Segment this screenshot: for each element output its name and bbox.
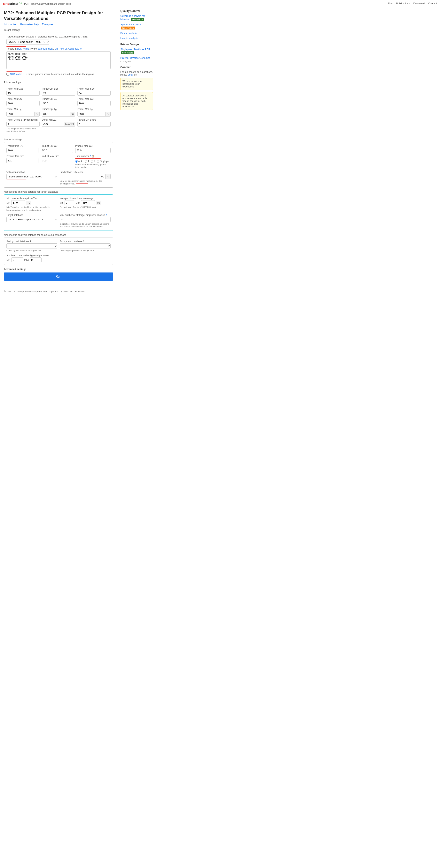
- tube-singleplex-label[interactable]: Singleplex: [97, 160, 110, 163]
- product-opt-gc-input[interactable]: [41, 148, 73, 153]
- primer-min-gc-input[interactable]: [7, 101, 39, 105]
- product-min-gc-input[interactable]: [7, 148, 38, 153]
- hairpin-min-score-input[interactable]: [78, 122, 110, 126]
- product-max-size-input[interactable]: [41, 158, 73, 163]
- nonspec-target-db-select[interactable]: UCSC - Homo sapien - hg38 - G: [6, 217, 57, 222]
- sidebar-link-specificity[interactable]: Specificity analysis Improvement: [120, 23, 153, 30]
- clear-link[interactable]: clear: [48, 48, 53, 50]
- amplicon-count-max-label: Max: [24, 258, 29, 261]
- nonspec-offtarget-input[interactable]: [60, 217, 110, 222]
- nonspec-target-box: Min nonspecific amplicon Tm Min °C Min T…: [4, 194, 113, 230]
- validation-method-select[interactable]: Size discrimination, e.g., Gel e...: [6, 174, 57, 179]
- snp-howto-link[interactable]: SNP how-to: [55, 48, 67, 50]
- run-button[interactable]: Run: [4, 273, 113, 281]
- amplicon-count-max-input[interactable]: [30, 257, 41, 262]
- target-settings-box: Target database, usually a reference gen…: [4, 33, 113, 78]
- tube-number-help-icon[interactable]: ?: [90, 155, 91, 157]
- primer-opt-tm-unit: °C: [70, 112, 75, 116]
- product-min-diff-input[interactable]: [60, 174, 105, 179]
- brand-version: 4.0: [19, 2, 22, 4]
- nav-download[interactable]: Download: [413, 2, 425, 5]
- primer-max-size-input-row: [77, 91, 110, 96]
- amplicon-count-input-row: Min Max: [6, 257, 110, 262]
- primer-min-size-input[interactable]: [7, 91, 39, 95]
- primer-opt-tm-input-row: °C: [42, 112, 75, 117]
- nonspec-min-tm-note: Min Tm value required for the binding st…: [6, 206, 57, 211]
- primer-opt-size-input[interactable]: [42, 91, 75, 95]
- nonspec-offtarget-note: In practice, allowing up to 10 non-speci…: [60, 222, 110, 228]
- tube-2-label[interactable]: 2: [91, 160, 95, 163]
- sidebar-link-dimer[interactable]: Dimer analysis: [120, 32, 153, 35]
- primer-opt-tm-label: Primer Opt Tm: [42, 108, 75, 111]
- tube-2-radio[interactable]: [91, 160, 93, 163]
- str-mode-link[interactable]: STR mode: [10, 73, 21, 75]
- primer-max-tm-field: Primer Max Tm °C: [77, 108, 110, 116]
- tube-number-copy-icon[interactable]: 📋: [92, 155, 94, 157]
- bg-db-1-select[interactable]: -: [6, 243, 57, 248]
- target-settings-label: Target settings: [4, 29, 113, 31]
- primer-max-gc-field: Primer Max GC: [77, 98, 110, 106]
- primer-min-gc-field: Primer Min GC: [6, 98, 40, 106]
- advanced-settings-label: Advanced settings: [4, 268, 113, 271]
- amplicon-count-min-input[interactable]: [11, 257, 23, 262]
- sidebar-link-singleplex[interactable]: Singleplex / Multiplex PCR New feature: [120, 48, 153, 55]
- sidebar-link-pcr-diverse[interactable]: PCR for Diverse Genomes In progress: [120, 56, 153, 63]
- product-min-gc-label: Product Min GC: [6, 145, 38, 147]
- primer-max-gc-label: Primer Max GC: [77, 98, 110, 100]
- nonspec-min-tm-input[interactable]: [11, 200, 25, 205]
- primer-opt-tm-input[interactable]: [42, 112, 70, 116]
- sidebar-link-coverage[interactable]: Coverage analysis for Microbe New featur…: [120, 14, 153, 21]
- nonspec-amplicon-max-label: Max: [75, 202, 80, 204]
- example-link[interactable]: example: [38, 48, 47, 50]
- sidebar-contact-text: For bug reports or suggestions, please e…: [120, 71, 153, 76]
- primer-opt-tm-field: Primer Opt Tm °C: [42, 108, 75, 116]
- primer-opt-gc-input[interactable]: [42, 101, 75, 105]
- tube-auto-label[interactable]: Auto: [75, 160, 83, 163]
- nav-contact[interactable]: Contact: [428, 2, 437, 5]
- primer-snp-input[interactable]: [7, 122, 39, 126]
- bed-textarea[interactable]: chrM 1000 1001 chrM 2000 2001 chrM 3000 …: [6, 51, 110, 69]
- primer-snp-field: Primer 3' end SNP-free length The length…: [6, 119, 40, 133]
- nonspec-bg-box: Background database 1 - Checking amplico…: [4, 238, 113, 265]
- str-mode-checkbox[interactable]: [6, 73, 9, 75]
- nav-doc[interactable]: Doc: [388, 2, 393, 5]
- nonspec-min-label: Min: [6, 202, 10, 204]
- validation-method-label: Validation method: [6, 171, 57, 174]
- primer-max-size-input[interactable]: [78, 91, 110, 95]
- product-min-size-input[interactable]: [7, 158, 38, 163]
- primer-min-tm-field: Primer Min Tm °C: [6, 108, 40, 116]
- primer-min-tm-input[interactable]: [7, 112, 34, 116]
- nonspec-amplicon-size-label: Nonspecific amplicon size range: [60, 197, 110, 200]
- product-min-gc-field: Product Min GC: [6, 145, 38, 153]
- tube-1-label[interactable]: 1: [84, 160, 89, 163]
- link-examples[interactable]: Examples: [42, 23, 53, 26]
- offtarget-help-icon[interactable]: ?: [106, 214, 107, 216]
- nonspec-offtarget-label: Max number of off-target amplicons allow…: [60, 214, 110, 216]
- target-db-select[interactable]: UCSC - Homo sapien - hg38 - Genome: [6, 39, 49, 44]
- dimer-min-dg-input[interactable]: [42, 122, 64, 126]
- nav-publications[interactable]: Publications: [396, 2, 410, 5]
- primer-max-tm-input[interactable]: [78, 112, 105, 116]
- dimer-min-dg-input-row: kcal/mol: [42, 122, 75, 127]
- link-introduction[interactable]: Introduction: [4, 23, 17, 26]
- nonspec-target-db-grid: Target database UCSC - Homo sapien - hg3…: [6, 214, 110, 228]
- sidebar-qc-title: Quality Control: [120, 9, 153, 12]
- sidebar-link-hairpin[interactable]: Hairpin analysis: [120, 37, 153, 40]
- bg-db-2-select[interactable]: -: [60, 243, 110, 248]
- primer-max-gc-input-row: [77, 101, 110, 106]
- tube-singleplex-radio[interactable]: [97, 160, 99, 163]
- gene-howto-link[interactable]: Gene how-to: [68, 48, 82, 50]
- nonspec-amplicon-min-input[interactable]: [65, 200, 74, 205]
- link-parameters-help[interactable]: Parameters help: [20, 23, 39, 26]
- nonspec-target-db-col: Target database UCSC - Homo sapien - hg3…: [6, 214, 57, 228]
- product-max-gc-input[interactable]: [75, 148, 110, 153]
- tube-1-radio[interactable]: [84, 160, 87, 163]
- product-max-gc-field: Product Max GC: [75, 145, 110, 153]
- nonspec-amplicon-max-input[interactable]: [81, 200, 95, 205]
- product-max-gc-input-row: [75, 148, 110, 153]
- primer-max-gc-input[interactable]: [78, 101, 110, 105]
- sidebar-contact-email[interactable]: email: [128, 73, 134, 76]
- primer-opt-gc-input-row: [42, 101, 75, 106]
- bed-format-link[interactable]: BED format: [17, 48, 29, 50]
- tube-auto-radio[interactable]: [75, 160, 78, 163]
